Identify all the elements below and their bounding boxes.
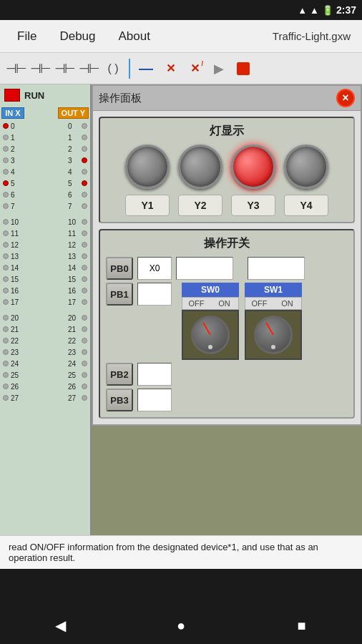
op-panel: Operation Panel 操作面板 × 灯显示 Y1 Y2 — [92, 84, 362, 535]
x0-display: X0 — [137, 257, 172, 280]
in-dot-7 — [3, 203, 9, 209]
out-dot-5 — [82, 180, 87, 186]
io-rows-group3: 2020 2121 2222 2323 2424 2525 2626 2727 — [1, 312, 89, 404]
toolbar-divider — [129, 59, 130, 79]
toolbar-btn-ladder2[interactable]: ⊣⊢ — [29, 57, 52, 80]
sw0-dial-indicator — [202, 322, 211, 335]
sw0-dial-circle — [191, 316, 230, 354]
in-dot-5 — [3, 180, 9, 186]
nav-recent-button[interactable]: ■ — [288, 611, 316, 640]
switch-row-pb3: PB3 — [106, 389, 348, 411]
toolbar-btn-coil[interactable]: ( ) — [102, 57, 124, 80]
sw0-dial[interactable] — [182, 310, 239, 360]
nav-home-button[interactable]: ● — [167, 611, 195, 640]
light-y4 — [284, 145, 328, 189]
out-dot-3 — [82, 157, 87, 163]
toolbar-btn-ladder3[interactable]: ⊣⊢ — [53, 57, 76, 80]
sw1-off-label: OFF — [245, 298, 273, 309]
switch-empty-2 — [248, 257, 305, 280]
battery-icon: 🔋 — [322, 5, 333, 16]
pb1-display — [137, 283, 172, 306]
io-pair-1: 1 1 — [1, 132, 89, 143]
sw0-header: SW0 — [182, 283, 239, 297]
switch-row-pb1: PB1 SW0 OFF ON — [106, 283, 348, 360]
light-label-y2: Y2 — [178, 195, 222, 216]
sw0-dial-dot — [208, 345, 212, 349]
status-icons: ▲ ▲ 🔋 2:37 — [298, 4, 356, 16]
io-pair-2: 2 2 — [1, 143, 89, 155]
pb1-button[interactable]: PB1 — [106, 283, 133, 306]
out-dot-7 — [82, 203, 87, 209]
io-pair-6: 6 6 — [1, 189, 89, 200]
toolbar-btn-play[interactable]: ▶ — [207, 57, 230, 80]
toolbar-btn-line[interactable]: — — [134, 57, 157, 80]
in-dot-1 — [3, 135, 9, 140]
nav-bar: ◀ ● ■ — [0, 607, 362, 644]
light-display-title: 灯显示 — [106, 124, 348, 139]
in-dot-10 — [3, 219, 9, 225]
menu-file[interactable]: File — [6, 26, 48, 47]
light-y1 — [125, 145, 170, 189]
io-pair-3: 3 3 — [1, 155, 89, 166]
toolbar-btn-ladder4[interactable]: ⊣⊢ — [77, 57, 100, 80]
run-led — [4, 89, 20, 102]
light-y3 — [231, 145, 275, 189]
menu-debug[interactable]: Debug — [48, 26, 107, 47]
sw1-onoff: OFF ON — [245, 297, 302, 310]
status-bar: ▲ ▲ 🔋 2:37 — [0, 0, 362, 20]
sw0-unit: SW0 OFF ON — [182, 283, 239, 360]
sw1-dial-circle — [254, 316, 293, 354]
toolbar-btn-ladder1[interactable]: ⊣⊢ — [4, 57, 27, 80]
run-label: RUN — [24, 90, 44, 101]
switch-row-pb2: PB2 — [106, 363, 348, 386]
light-label-y4: Y4 — [284, 195, 328, 216]
in-dot-2 — [3, 146, 9, 152]
toolbar-btn-stop[interactable] — [232, 57, 255, 80]
out-dot-2 — [82, 146, 87, 152]
pb2-display — [137, 363, 172, 386]
signal-icon: ▲ — [310, 5, 319, 16]
bottom-text-area: read ON/OFF information from the designa… — [0, 535, 362, 569]
light-labels-row: Y1 Y2 Y3 Y4 — [106, 195, 348, 216]
inx-header: IN X — [1, 107, 24, 119]
io-pair-0: 0 0 — [1, 120, 89, 132]
light-label-y3: Y3 — [231, 195, 275, 216]
pb3-button[interactable]: PB3 — [106, 389, 133, 411]
out-dot-6 — [82, 192, 87, 197]
out-dot-10 — [82, 219, 87, 225]
io-panel: RUN IN X OUT Y 0 0 1 1 2 2 3 3 — [0, 84, 92, 535]
light-y2 — [178, 145, 222, 189]
nav-back-button[interactable]: ◀ — [46, 611, 74, 640]
lights-row — [106, 145, 348, 189]
sw1-on-label: ON — [273, 298, 301, 309]
sw0-on-label: ON — [210, 298, 238, 309]
window-title: Traffic-Light.gxw — [273, 30, 356, 42]
in-dot-6 — [3, 192, 9, 197]
toolbar: ⊣⊢ ⊣⊢ ⊣⊢ ⊣⊢ ( ) — ✕ ✕ / ▶ — [0, 53, 362, 84]
dialog-close-button[interactable]: × — [336, 89, 355, 107]
in-dot-3 — [3, 157, 9, 163]
toolbar-btn-x2[interactable]: ✕ / — [183, 57, 206, 80]
in-dot-4 — [3, 169, 9, 175]
pb2-button[interactable]: PB2 — [106, 363, 133, 386]
io-rows-group2: 10 10 1111 1212 1313 1414 1515 1616 1717 — [1, 216, 89, 308]
dialog-title: 操作面板 — [99, 92, 331, 105]
sw0-off-label: OFF — [182, 298, 210, 309]
toolbar-btn-x1[interactable]: ✕ — [159, 57, 182, 80]
main-area: RUN IN X OUT Y 0 0 1 1 2 2 3 3 — [0, 84, 362, 535]
io-pair-10: 10 10 — [1, 216, 89, 228]
light-display-section: 灯显示 Y1 Y2 Y3 Y4 — [99, 117, 355, 223]
pb0-button[interactable]: PB0 — [106, 257, 133, 280]
operation-dialog: 操作面板 × 灯显示 Y1 Y2 Y3 Y4 — [92, 84, 362, 426]
menu-bar: File Debug About Traffic-Light.gxw — [0, 20, 362, 53]
switch-empty-1 — [176, 257, 233, 280]
sw1-dial[interactable] — [245, 310, 302, 360]
wifi-icon: ▲ — [298, 5, 307, 16]
io-pair-4: 4 4 — [1, 166, 89, 177]
pb3-display — [137, 389, 172, 411]
op-switch-title: 操作开关 — [106, 236, 348, 251]
menu-about[interactable]: About — [107, 26, 162, 47]
light-label-y1: Y1 — [125, 195, 170, 216]
sw1-dial-indicator — [265, 322, 274, 335]
io-rows-group1: 0 0 1 1 2 2 3 3 4 4 5 5 — [1, 120, 89, 212]
